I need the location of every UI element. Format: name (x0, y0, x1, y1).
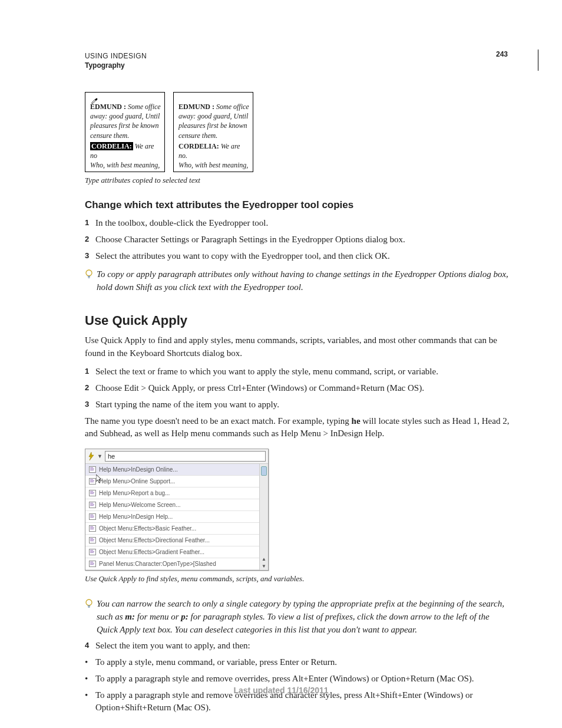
list-item[interactable]: Object Menu:Effects>Gradient Feather... (85, 546, 268, 558)
figure-text: pleasures first be known (90, 121, 159, 130)
svg-rect-26 (90, 538, 93, 539)
bullet-item: To apply a paragraph style and remove ov… (85, 673, 510, 686)
heading-change-attributes: Change which text attributes the Eyedrop… (85, 199, 510, 211)
lightbulb-icon (85, 268, 97, 294)
svg-rect-19 (90, 516, 94, 516)
step-4: 4Select the item you want to apply, and … (85, 640, 510, 653)
svg-rect-35 (90, 563, 94, 564)
menu-item-icon (89, 490, 96, 496)
figure-text: EDMUND : (90, 103, 126, 111)
svg-rect-30 (90, 550, 93, 551)
step-1b: 1Select the text or frame to which you w… (85, 365, 510, 378)
menu-item-icon (89, 561, 96, 567)
svg-rect-23 (90, 528, 94, 528)
lightning-icon (88, 452, 95, 460)
scroll-up-icon[interactable]: ▲ (262, 556, 266, 562)
figure-text: Some office (126, 103, 161, 111)
menu-item-icon (89, 478, 96, 485)
quick-apply-input[interactable]: he (105, 451, 266, 462)
menu-item-icon (89, 513, 96, 520)
list-item[interactable]: Help Menu>Online Support... (85, 476, 268, 487)
cursor-icon (96, 475, 103, 484)
figure-type-attributes: EDMUND : Some office away: good guard, U… (85, 92, 510, 172)
paragraph-example: The name you type doesn't need to be an … (85, 415, 510, 441)
figure-text: away: good guard, Until (178, 112, 248, 120)
paragraph-intro: Use Quick Apply to find and apply styles… (85, 334, 510, 360)
page: 243 USING INDESIGN Typography EDMUND : S… (0, 0, 562, 728)
menu-item-icon (89, 537, 96, 543)
svg-rect-36 (90, 564, 94, 565)
quick-apply-panel: ▼ he Help Menu>InDesign Online... Help M… (85, 449, 269, 571)
figure-text-selected: CORDELIA: (90, 142, 133, 150)
lightbulb-icon (85, 598, 97, 636)
heading-use-quick-apply: Use Quick Apply (85, 313, 510, 328)
tip-prefix: You can narrow the search to only a sing… (85, 598, 510, 636)
list-item[interactable]: Help Menu>Welcome Screen... (85, 499, 268, 511)
step-1: 1In the toolbox, double-click the Eyedro… (85, 217, 510, 230)
header-book-title: USING INDESIGN (85, 52, 510, 60)
figure-text: EDMUND : (178, 103, 214, 111)
figure-text: censure them. (178, 131, 217, 140)
list-item[interactable]: Panel Menus:Character:OpenType>[Slashed (85, 558, 268, 570)
figure-text: Who, with best meaning, h (90, 161, 160, 172)
svg-rect-31 (90, 551, 94, 552)
svg-rect-28 (90, 541, 94, 541)
svg-rect-6 (90, 479, 93, 480)
list-item[interactable]: Help Menu>InDesign Help... (85, 511, 268, 523)
quick-apply-list: Help Menu>InDesign Online... Help Menu>O… (85, 464, 268, 570)
figure-text: Who, with best meaning, h (178, 161, 248, 172)
tip-text: To copy or apply paragraph attributes on… (97, 268, 510, 294)
step-2b: 2Choose Edit > Quick Apply, or press Ctr… (85, 382, 510, 395)
figure-text: away: good guard, Until (90, 112, 160, 120)
svg-rect-15 (90, 504, 94, 505)
dropdown-icon[interactable]: ▼ (97, 453, 103, 459)
svg-rect-7 (90, 480, 94, 481)
quick-apply-header: ▼ he (85, 449, 268, 464)
figure-frame-left: EDMUND : Some office away: good guard, U… (85, 92, 165, 172)
svg-rect-27 (90, 539, 94, 540)
menu-item-icon (89, 466, 96, 473)
list-item[interactable]: Help Menu>InDesign Online... (85, 464, 268, 476)
svg-rect-24 (90, 529, 94, 529)
scrollbar-thumb[interactable] (261, 466, 267, 476)
svg-rect-11 (90, 492, 94, 493)
menu-item-icon (89, 549, 96, 555)
step-3: 3Select the attributes you want to copy … (85, 250, 510, 263)
svg-rect-20 (90, 517, 94, 518)
list-item[interactable]: Object Menu:Effects>Directional Feather.… (85, 535, 268, 546)
svg-rect-8 (90, 482, 94, 482)
footer-updated: Last updated 11/16/2011 (0, 686, 562, 695)
list-item[interactable]: Help Menu>Report a bug... (85, 487, 268, 499)
menu-item-icon (89, 525, 96, 532)
header-chapter-title: Typography (85, 61, 510, 70)
figure-text: pleasures first be known (178, 121, 247, 130)
step-3b: 3Start typing the name of the item you w… (85, 398, 510, 411)
menu-item-icon (89, 502, 96, 508)
figure-text: censure them. (90, 131, 129, 140)
figure-frame-right: EDMUND : Some office away: good guard, U… (173, 92, 253, 172)
svg-rect-18 (90, 515, 93, 515)
figure-text: Some office (214, 103, 249, 111)
svg-rect-14 (90, 503, 93, 503)
svg-rect-4 (90, 470, 94, 470)
figure-text: CORDELIA: (178, 142, 219, 150)
header: USING INDESIGN Typography (85, 52, 510, 70)
step-2: 2Choose Character Settings or Paragraph … (85, 233, 510, 246)
svg-rect-3 (90, 469, 94, 469)
bullet-item: To apply a style, menu command, or varia… (85, 656, 510, 669)
figure-caption: Type attributes copied to selected text (85, 176, 510, 185)
svg-rect-34 (90, 562, 93, 562)
tip-shift-eyedropper: To copy or apply paragraph attributes on… (85, 268, 510, 294)
figure-caption-quick-apply: Use Quick Apply to find styles, menu com… (85, 574, 510, 584)
svg-rect-2 (90, 467, 93, 468)
svg-rect-16 (90, 505, 94, 506)
scrollbar[interactable]: ▲ ▼ (259, 464, 268, 570)
svg-point-0 (86, 270, 92, 276)
scroll-down-icon[interactable]: ▼ (262, 564, 266, 569)
tip-text: You can narrow the search to only a sing… (97, 598, 510, 636)
svg-rect-12 (90, 493, 94, 494)
list-item[interactable]: Object Menu:Effects>Basic Feather... (85, 523, 268, 535)
svg-rect-22 (90, 526, 93, 527)
svg-point-37 (86, 599, 92, 605)
svg-rect-10 (90, 491, 93, 492)
